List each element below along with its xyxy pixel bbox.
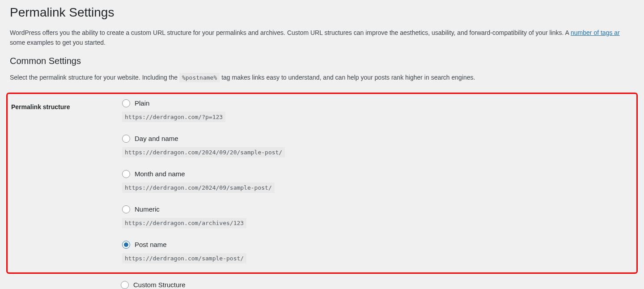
structure-option-plain: Plain https://derdragon.com/?p=123 <box>122 99 633 122</box>
example-day-name: https://derdragon.com/2024/09/20/sample-… <box>122 147 285 157</box>
structure-option-post-name: Post name https://derdragon.com/sample-p… <box>122 241 633 264</box>
page-title: Permalink Settings <box>10 5 634 20</box>
structure-option-numeric: Numeric https://derdragon.com/archives/1… <box>122 205 633 228</box>
radio-post-name[interactable] <box>122 241 130 249</box>
example-plain: https://derdragon.com/?p=123 <box>122 112 225 122</box>
example-month-name: https://derdragon.com/2024/09/sample-pos… <box>122 183 275 193</box>
highlight-box: Permalink structure Plain https://derdra… <box>6 93 638 274</box>
structure-option-month-name: Month and name https://derdragon.com/202… <box>122 170 633 193</box>
common-settings-desc: Select the permalink structure for your … <box>10 72 634 83</box>
radio-plain[interactable] <box>122 99 130 107</box>
permalink-structure-label: Permalink structure <box>11 97 122 117</box>
option-label-plain[interactable]: Plain <box>135 99 149 107</box>
radio-month-name[interactable] <box>122 170 130 178</box>
example-numeric: https://derdragon.com/archives/123 <box>122 218 246 228</box>
common-settings-heading: Common Settings <box>10 56 634 66</box>
common-desc-after: tag makes links easy to understand, and … <box>221 74 475 81</box>
example-post-name: https://derdragon.com/sample-post/ <box>122 253 246 264</box>
postname-tag: %postname% <box>179 73 220 82</box>
radio-custom[interactable] <box>121 281 129 289</box>
tags-link[interactable]: number of tags ar <box>571 29 620 36</box>
intro-paragraph: WordPress offers you the ability to crea… <box>10 28 634 48</box>
structure-option-custom: Custom Structure <box>121 281 634 289</box>
common-desc-before: Select the permalink structure for your … <box>10 74 179 81</box>
option-label-day-name[interactable]: Day and name <box>135 135 178 142</box>
intro-text-after: some examples to get you started. <box>10 39 106 46</box>
option-label-post-name[interactable]: Post name <box>135 241 167 248</box>
intro-text-before: WordPress offers you the ability to crea… <box>10 29 571 36</box>
radio-numeric[interactable] <box>122 205 130 213</box>
option-label-custom[interactable]: Custom Structure <box>133 281 186 289</box>
radio-day-name[interactable] <box>122 135 130 143</box>
option-label-month-name[interactable]: Month and name <box>135 170 185 178</box>
option-label-numeric[interactable]: Numeric <box>135 205 160 213</box>
structure-option-day-name: Day and name https://derdragon.com/2024/… <box>122 135 633 157</box>
